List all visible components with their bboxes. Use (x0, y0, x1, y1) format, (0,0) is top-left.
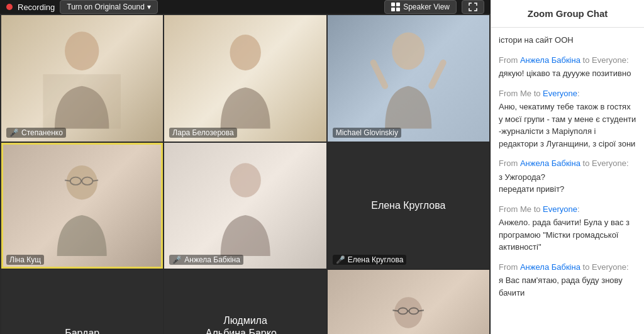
sender-4: Everyone (543, 204, 577, 214)
svg-line-15 (93, 180, 99, 181)
video-cell-michael: Michael Glovinskiy (328, 15, 489, 142)
elena-mute-icon: 🎤 (336, 255, 345, 264)
partial-message-text: істори на сайт ООН (499, 34, 636, 47)
video-cell-lina-bottom: 🎤 Ліна Кущ (328, 270, 489, 334)
anzhela-mute-icon: 🎤 (172, 255, 182, 264)
video-cell-elena: Елена Круглова 🎤 Елена Круглова (328, 143, 489, 269)
chat-text-5: я Вас пам'ятаю, рада буду знову бачити (499, 274, 636, 299)
turn-on-original-sound-button[interactable]: Turn on Original Sound ▾ (60, 0, 158, 14)
svg-rect-1 (396, 3, 400, 6)
svg-point-17 (230, 163, 260, 197)
lara-name-tag: Лара Белозерова (169, 128, 236, 138)
svg-rect-2 (391, 8, 395, 11)
toolbar-right: Speaker View (384, 0, 484, 14)
chat-text-1: дякую! цікаво та дуууже позитивно (499, 67, 636, 80)
chat-from-line-2: From Me to Everyone: (499, 87, 636, 100)
svg-point-8 (392, 32, 425, 69)
lina-active-name-tag: Ліна Кущ (6, 255, 44, 265)
chat-from-line-1: From Анжела Бабкіна to Everyone: (499, 54, 636, 67)
svg-line-10 (431, 63, 443, 86)
chat-text-3: з Ужгорода?передати привіт? (499, 171, 636, 196)
chat-message-4: From Me to Everyone: Анжело. рада бачити… (499, 203, 636, 253)
chat-header: Zoom Group Chat (491, 0, 644, 28)
lina-bottom-avatar (360, 283, 457, 334)
chat-messages[interactable]: істори на сайт ООН From Анжела Бабкіна t… (491, 28, 644, 334)
svg-rect-6 (43, 74, 121, 128)
video-area: Recording Turn on Original Sound ▾ Speak… (0, 0, 491, 334)
toolbar: Recording Turn on Original Sound ▾ Speak… (0, 0, 491, 14)
stepanenko-mute-icon: 🎤 (9, 128, 19, 137)
stepanenko-name-tag: 🎤 Степаненко (6, 128, 66, 138)
bardar-display-name: Бардар (65, 328, 99, 334)
sender-2: Everyone (543, 89, 577, 98)
michael-name-tag: Michael Glovinskiy (333, 128, 401, 138)
speaker-view-icon (391, 3, 400, 11)
svg-line-22 (418, 310, 424, 311)
elena-display-name: Елена Круглова (371, 200, 445, 211)
chat-message-partial: істори на сайт ООН (499, 34, 636, 47)
chat-message-2: From Me to Everyone: Аню, чекатиму тебе … (499, 87, 636, 150)
svg-point-4 (65, 31, 99, 70)
elena-name-tag: 🎤 Елена Круглова (333, 255, 407, 265)
video-cell-lina-active: Ліна Кущ (1, 143, 163, 269)
video-cell-stepanenko: 🎤 Степаненко (1, 15, 163, 142)
svg-rect-3 (396, 8, 400, 11)
fullscreen-icon (469, 3, 477, 11)
recording-dot (6, 4, 13, 10)
chat-from-line-5: From Анжела Бабкіна to Everyone: (499, 261, 636, 274)
svg-point-7 (230, 35, 260, 70)
video-cell-lara: Лара Белозерова (164, 15, 326, 142)
speaker-view-button[interactable]: Speaker View (384, 0, 457, 14)
fullscreen-button[interactable] (462, 0, 484, 14)
sender-3: Анжела Бабкіна (520, 159, 580, 168)
chat-message-3: From Анжела Бабкіна to Everyone: з Ужгор… (499, 157, 636, 196)
anzhela-name-tag: 🎤 Анжела Бабкіна (169, 255, 243, 265)
anzhela-avatar (197, 155, 294, 257)
chat-text-4: Анжело. рада бачити! Була у вас з програ… (499, 216, 636, 253)
stepanenko-avatar (33, 28, 130, 129)
recording-label: Recording (18, 3, 55, 12)
chat-title: Zoom Group Chat (528, 8, 608, 19)
chat-panel: Zoom Group Chat істори на сайт ООН From … (491, 0, 644, 334)
svg-line-9 (374, 63, 386, 86)
video-grid: 🎤 Степаненко Лара Белозерова (0, 14, 491, 334)
chat-text-2: Аню, чекатиму тебе також в гостях у моєї… (499, 101, 636, 150)
lara-avatar (197, 28, 294, 129)
chat-from-line-3: From Анжела Бабкіна to Everyone: (499, 157, 636, 170)
chat-message-5: From Анжела Бабкіна to Everyone: я Вас п… (499, 261, 636, 299)
video-cell-albina: Альбина Барко... 🎤 Альбина Барко... (164, 270, 326, 334)
chat-from-line-4: From Me to Everyone: (499, 203, 636, 216)
sender-1: Анжела Бабкіна (520, 55, 580, 65)
chat-message-1: From Анжела Бабкіна to Everyone: дякую! … (499, 54, 636, 80)
svg-rect-0 (391, 3, 395, 6)
albina-display-name: Альбина Барко... (206, 328, 285, 334)
video-cell-bardar: Бардар 🎤 Бардар (1, 270, 163, 334)
svg-line-21 (393, 310, 399, 311)
video-cell-anzhela: 🎤 Анжела Бабкіна (164, 143, 326, 269)
michael-avatar (360, 28, 457, 129)
sender-5: Анжела Бабкіна (520, 262, 580, 272)
lina-active-avatar (33, 155, 130, 257)
svg-line-14 (65, 180, 70, 181)
